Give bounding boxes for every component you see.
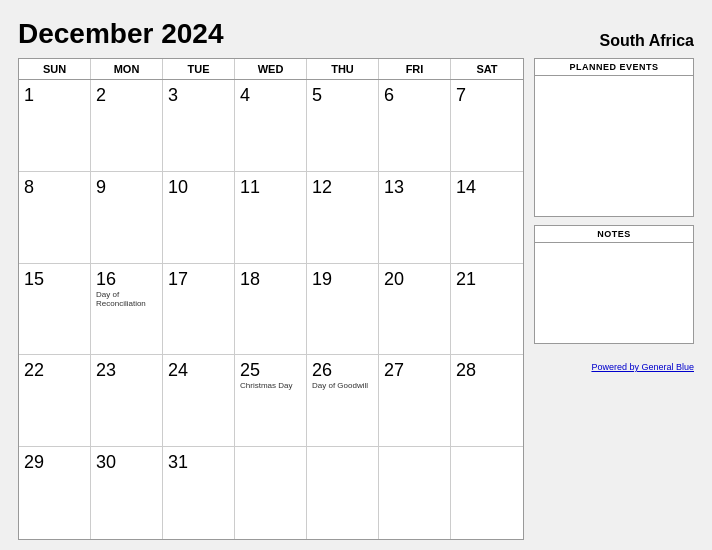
country-label: South Africa [599, 32, 694, 50]
day-number: 27 [384, 361, 404, 379]
day-number: 30 [96, 453, 116, 471]
calendar-week: 1516Day of Reconciliation1718192021 [19, 264, 523, 356]
day-headers: SUNMONTUEWEDTHUFRISAT [19, 59, 523, 80]
calendar-day: 19 [307, 264, 379, 355]
day-number: 14 [456, 178, 476, 196]
day-number: 12 [312, 178, 332, 196]
calendar-week: 1234567 [19, 80, 523, 172]
calendar-day: 14 [451, 172, 523, 263]
calendar-day: 17 [163, 264, 235, 355]
calendar-day: 29 [19, 447, 91, 539]
event-label: Christmas Day [240, 381, 292, 391]
day-number: 31 [168, 453, 188, 471]
calendar-day: 2 [91, 80, 163, 171]
day-number: 29 [24, 453, 44, 471]
calendar-day: 12 [307, 172, 379, 263]
calendar-day: 28 [451, 355, 523, 446]
planned-events-content [535, 76, 693, 216]
calendar-day: 23 [91, 355, 163, 446]
day-number: 6 [384, 86, 394, 104]
powered-by-link[interactable]: Powered by General Blue [591, 362, 694, 372]
day-number: 7 [456, 86, 466, 104]
calendar-day [451, 447, 523, 539]
notes-title: NOTES [535, 226, 693, 243]
day-number: 11 [240, 178, 260, 196]
calendar-day: 15 [19, 264, 91, 355]
page: December 2024 South Africa SUNMONTUEWEDT… [0, 0, 712, 550]
day-number: 5 [312, 86, 322, 104]
calendar-day: 9 [91, 172, 163, 263]
calendar-day [235, 447, 307, 539]
calendar-day: 11 [235, 172, 307, 263]
calendar-day: 7 [451, 80, 523, 171]
page-title: December 2024 [18, 18, 223, 50]
sidebar: PLANNED EVENTS NOTES Powered by General … [534, 58, 694, 540]
event-label: Day of Goodwill [312, 381, 368, 391]
calendar-day: 26Day of Goodwill [307, 355, 379, 446]
day-header: MON [91, 59, 163, 79]
notes-box: NOTES [534, 225, 694, 344]
calendar-day: 10 [163, 172, 235, 263]
day-number: 13 [384, 178, 404, 196]
notes-content [535, 243, 693, 343]
calendar-day [307, 447, 379, 539]
day-number: 4 [240, 86, 250, 104]
day-header: TUE [163, 59, 235, 79]
day-number: 22 [24, 361, 44, 379]
day-number: 19 [312, 270, 332, 288]
calendar: SUNMONTUEWEDTHUFRISAT 123456789101112131… [18, 58, 524, 540]
calendar-day: 6 [379, 80, 451, 171]
calendar-day: 16Day of Reconciliation [91, 264, 163, 355]
planned-events-box: PLANNED EVENTS [534, 58, 694, 217]
day-number: 20 [384, 270, 404, 288]
calendar-week: 293031 [19, 447, 523, 539]
header: December 2024 South Africa [18, 18, 694, 50]
day-number: 16 [96, 270, 116, 288]
main-area: SUNMONTUEWEDTHUFRISAT 123456789101112131… [18, 58, 694, 540]
day-number: 18 [240, 270, 260, 288]
calendar-day: 27 [379, 355, 451, 446]
day-number: 24 [168, 361, 188, 379]
calendar-day: 30 [91, 447, 163, 539]
day-number: 10 [168, 178, 188, 196]
calendar-day: 5 [307, 80, 379, 171]
day-number: 23 [96, 361, 116, 379]
calendar-day: 31 [163, 447, 235, 539]
day-number: 9 [96, 178, 106, 196]
calendar-week: 891011121314 [19, 172, 523, 264]
day-number: 25 [240, 361, 260, 379]
calendar-day: 4 [235, 80, 307, 171]
calendar-day: 25Christmas Day [235, 355, 307, 446]
day-number: 28 [456, 361, 476, 379]
day-number: 3 [168, 86, 178, 104]
day-number: 17 [168, 270, 188, 288]
day-number: 15 [24, 270, 44, 288]
day-number: 21 [456, 270, 476, 288]
calendar-day: 3 [163, 80, 235, 171]
calendar-day: 24 [163, 355, 235, 446]
calendar-day: 22 [19, 355, 91, 446]
day-header: SUN [19, 59, 91, 79]
calendar-day: 20 [379, 264, 451, 355]
day-number: 2 [96, 86, 106, 104]
day-number: 1 [24, 86, 34, 104]
calendar-body: 12345678910111213141516Day of Reconcilia… [19, 80, 523, 539]
calendar-day: 21 [451, 264, 523, 355]
planned-events-title: PLANNED EVENTS [535, 59, 693, 76]
day-header: WED [235, 59, 307, 79]
calendar-day: 8 [19, 172, 91, 263]
event-label: Day of Reconciliation [96, 290, 157, 309]
footer: Powered by General Blue [534, 356, 694, 374]
calendar-day: 1 [19, 80, 91, 171]
day-header: FRI [379, 59, 451, 79]
calendar-day [379, 447, 451, 539]
day-number: 8 [24, 178, 34, 196]
day-header: THU [307, 59, 379, 79]
calendar-day: 13 [379, 172, 451, 263]
calendar-week: 22232425Christmas Day26Day of Goodwill27… [19, 355, 523, 447]
day-header: SAT [451, 59, 523, 79]
calendar-day: 18 [235, 264, 307, 355]
day-number: 26 [312, 361, 332, 379]
